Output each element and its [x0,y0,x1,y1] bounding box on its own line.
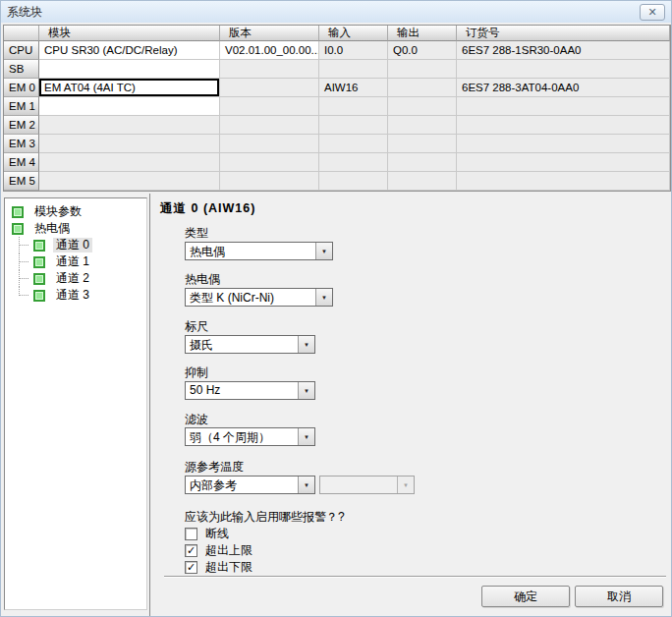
titlebar: 系统块 ✕ [1,1,671,23]
thermocouple-label: 热电偶 [185,271,220,285]
tree-item-module-params[interactable]: 模块参数 [5,203,146,220]
chevron-down-icon[interactable]: ▼ [298,477,314,493]
row-header-cpu[interactable]: CPU [4,41,39,60]
tree-item-channel-2[interactable]: 通道 2 [5,270,146,287]
table-cell [319,116,388,135]
column-header-module: 模块 [39,26,220,41]
type-select[interactable]: 热电偶 ▼ [185,242,333,260]
em0-order-cell: 6ES7 288-3AT04-0AA0 [457,79,670,97]
table-cell [319,153,388,172]
table-cell [319,135,388,153]
upper-limit-checkbox-row[interactable]: ✓ 超出上限 [185,543,252,558]
rejection-select[interactable]: 50 Hz ▼ [185,381,315,400]
select-value: 摄氏 [186,336,298,353]
window-title: 系统块 [7,4,42,21]
table-cell [388,60,457,79]
row-header-em0[interactable]: EM 0 [4,79,39,97]
table-cell [388,79,457,97]
table-cell [220,60,319,79]
lower-limit-checkbox[interactable]: ✓ [185,561,197,574]
table-cell [388,116,457,135]
channel-settings-panel: 通道 0 (AIW16) 类型 热电偶 ▼ 热电偶 类型 K (NiCr-Ni)… [149,194,672,617]
cpu-version-cell: V02.01.00_00.00... [220,41,319,60]
em1-module-cell[interactable] [39,97,220,116]
chevron-down-icon[interactable]: ▼ [315,289,332,306]
system-block-dialog: 系统块 ✕ 模块 版本 输入 输出 订货号 CPU CPU SR30 (AC/D… [0,0,672,617]
alarm-question-text: 应该为此输入启用哪些报警？? [185,509,345,526]
chevron-down-icon[interactable]: ▼ [298,382,314,399]
close-icon: ✕ [647,6,656,19]
tree-node-icon [33,240,45,252]
lower-limit-checkbox-row[interactable]: ✓ 超出下限 [185,560,252,575]
table-cell [388,97,457,116]
table-cell [220,153,319,172]
table-cell [457,116,670,135]
row-header-em2[interactable]: EM 2 [4,116,39,135]
tree-node-icon [12,206,24,218]
select-value: 内部参考 [186,477,298,493]
em3-module-cell[interactable] [39,135,220,153]
wire-break-checkbox[interactable] [185,528,197,540]
sb-module-cell[interactable] [39,60,220,79]
type-label: 类型 [185,225,208,239]
check-icon: ✓ [187,545,196,556]
select-value: 弱（4 个周期） [186,428,298,445]
checkbox-label: 超出下限 [205,559,252,576]
tree-item-label: 模块参数 [31,204,84,219]
tree-item-label: 通道 1 [53,254,92,269]
chevron-down-icon[interactable]: ▼ [315,243,332,259]
close-button[interactable]: ✕ [640,4,665,21]
select-value: 50 Hz [186,382,298,399]
thermocouple-select[interactable]: 类型 K (NiCr-Ni) ▼ [185,288,333,307]
table-cell [388,135,457,153]
check-icon: ✓ [187,562,196,573]
tree-node-icon [12,223,24,235]
table-cell [220,116,319,135]
table-cell [457,60,670,79]
row-header-em1[interactable]: EM 1 [4,97,39,116]
upper-limit-checkbox[interactable]: ✓ [185,544,197,557]
source-ref-temp-select[interactable]: 内部参考 ▼ [185,476,315,494]
cpu-order-cell: 6ES7 288-1SR30-0AA0 [457,41,670,60]
tree-item-channel-1[interactable]: 通道 1 [5,253,146,270]
em4-module-cell[interactable] [39,153,220,172]
column-header-input: 输入 [319,26,388,41]
column-header-version: 版本 [220,26,319,41]
tree-item-channel-3[interactable]: 通道 3 [5,287,146,304]
ok-button[interactable]: 确定 [481,586,570,607]
module-table: 模块 版本 输入 输出 订货号 CPU CPU SR30 (AC/DC/Rela… [3,25,671,192]
chevron-down-icon[interactable]: ▼ [298,336,314,353]
em5-module-cell[interactable] [39,172,220,191]
tree-node-icon [33,273,45,285]
chevron-down-icon[interactable]: ▼ [298,428,314,445]
source-ref-temp-label: 源参考温度 [185,459,244,473]
em0-module-cell[interactable]: EM AT04 (4AI TC) [39,79,220,97]
wire-break-checkbox-row[interactable]: 断线 [185,527,229,541]
table-cell [319,60,388,79]
table-cell [457,153,670,172]
select-value: 类型 K (NiCr-Ni) [186,289,315,306]
table-cell [220,97,319,116]
select-value [320,477,397,493]
cancel-button[interactable]: 取消 [575,586,663,607]
row-header-sb[interactable]: SB [4,60,39,79]
chevron-down-icon: ▼ [397,477,414,493]
tree-item-channel-0[interactable]: 通道 0 [5,237,146,253]
row-header-em3[interactable]: EM 3 [4,135,39,153]
row-header-em5[interactable]: EM 5 [4,172,39,191]
tree-item-label: 通道 0 [53,238,92,252]
settings-tree: 模块参数 热电偶 通道 0 通道 1 通道 2 通道 3 [4,197,147,610]
tree-node-icon [33,290,45,302]
cpu-module-cell[interactable]: CPU SR30 (AC/DC/Relay) [39,41,220,60]
row-header-em4[interactable]: EM 4 [4,153,39,172]
tree-item-label: 通道 2 [53,271,92,286]
tree-item-thermocouple[interactable]: 热电偶 [5,220,146,237]
em2-module-cell[interactable] [39,116,220,135]
scale-label: 标尺 [185,318,208,332]
select-value: 热电偶 [186,243,315,259]
filter-select[interactable]: 弱（4 个周期） ▼ [185,427,315,446]
cpu-input-cell: I0.0 [319,41,388,60]
tree-item-label: 通道 3 [53,288,92,303]
table-cell [220,172,319,191]
scale-select[interactable]: 摄氏 ▼ [185,335,315,354]
